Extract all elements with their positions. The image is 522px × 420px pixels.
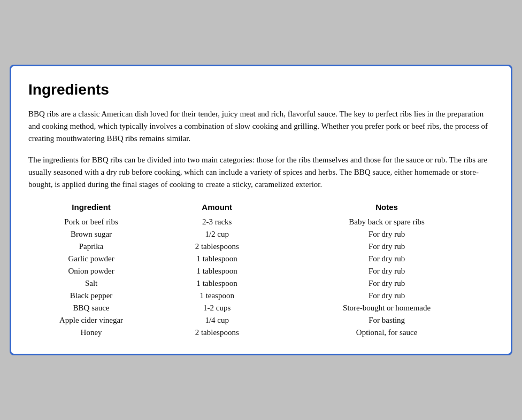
table-cell-4-0: Onion powder [28, 265, 154, 277]
ingredients-card: Ingredients BBQ ribs are a classic Ameri… [10, 65, 512, 356]
table-cell-3-0: Garlic powder [28, 253, 154, 265]
table-row: Black pepper1 teaspoonFor dry rub [28, 290, 494, 302]
table-cell-9-2: Optional, for sauce [280, 326, 494, 339]
table-header-row: Ingredient Amount Notes [28, 200, 494, 216]
table-row: Brown sugar1/2 cupFor dry rub [28, 228, 494, 240]
table-row: Garlic powder1 tablespoonFor dry rub [28, 253, 494, 265]
table-cell-6-0: Black pepper [28, 290, 154, 302]
table-cell-8-1: 1/4 cup [154, 314, 280, 326]
table-cell-4-1: 1 tablespoon [154, 265, 280, 277]
table-cell-9-0: Honey [28, 326, 154, 339]
table-cell-5-1: 1 tablespoon [154, 277, 280, 290]
table-cell-0-1: 2-3 racks [154, 216, 280, 228]
table-cell-6-1: 1 teaspoon [154, 290, 280, 302]
ingredients-table: Ingredient Amount Notes Pork or beef rib… [28, 200, 494, 339]
table-row: Salt1 tablespoonFor dry rub [28, 277, 494, 290]
table-cell-0-0: Pork or beef ribs [28, 216, 154, 228]
table-cell-3-1: 1 tablespoon [154, 253, 280, 265]
table-cell-5-2: For dry rub [280, 277, 494, 290]
table-cell-2-2: For dry rub [280, 240, 494, 253]
table-cell-9-1: 2 tablespoons [154, 326, 280, 339]
table-cell-0-2: Baby back or spare ribs [280, 216, 494, 228]
page-title: Ingredients [28, 81, 494, 98]
table-cell-5-0: Salt [28, 277, 154, 290]
table-cell-7-1: 1-2 cups [154, 302, 280, 314]
table-row: Apple cider vinegar1/4 cupFor basting [28, 314, 494, 326]
table-cell-8-0: Apple cider vinegar [28, 314, 154, 326]
table-cell-7-0: BBQ sauce [28, 302, 154, 314]
table-cell-1-2: For dry rub [280, 228, 494, 240]
description-paragraph-1: BBQ ribs are a classic American dish lov… [28, 108, 494, 145]
table-row: Honey2 tablespoonsOptional, for sauce [28, 326, 494, 339]
table-row: BBQ sauce1-2 cupsStore-bought or homemad… [28, 302, 494, 314]
table-row: Onion powder1 tablespoonFor dry rub [28, 265, 494, 277]
table-cell-2-1: 2 tablespoons [154, 240, 280, 253]
table-row: Paprika2 tablespoonsFor dry rub [28, 240, 494, 253]
table-cell-3-2: For dry rub [280, 253, 494, 265]
col-header-ingredient: Ingredient [28, 200, 154, 216]
col-header-amount: Amount [154, 200, 280, 216]
table-cell-4-2: For dry rub [280, 265, 494, 277]
table-row: Pork or beef ribs2-3 racksBaby back or s… [28, 216, 494, 228]
table-cell-2-0: Paprika [28, 240, 154, 253]
description-paragraph-2: The ingredients for BBQ ribs can be divi… [28, 154, 494, 191]
col-header-notes: Notes [280, 200, 494, 216]
table-cell-6-2: For dry rub [280, 290, 494, 302]
table-cell-8-2: For basting [280, 314, 494, 326]
table-cell-7-2: Store-bought or homemade [280, 302, 494, 314]
table-cell-1-0: Brown sugar [28, 228, 154, 240]
table-cell-1-1: 1/2 cup [154, 228, 280, 240]
